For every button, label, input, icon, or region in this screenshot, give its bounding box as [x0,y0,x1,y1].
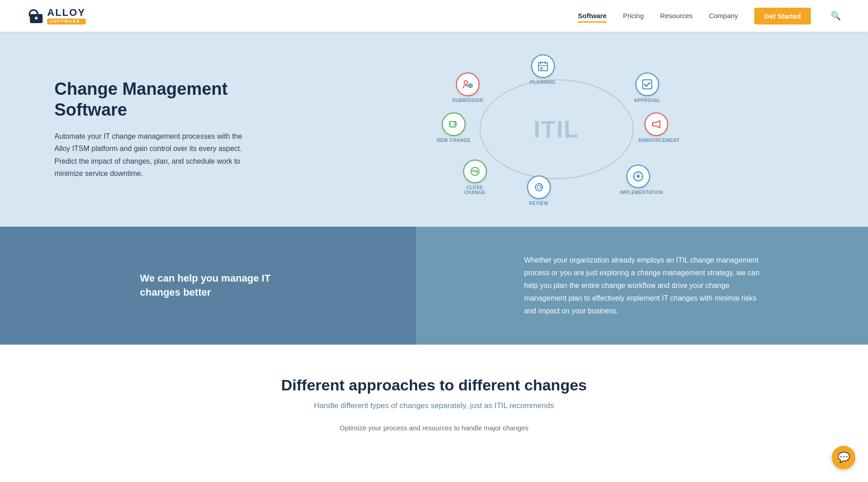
logo-software-text: SOFTWARE [47,19,86,24]
nav-links: Software Pricing Resources Company Get S… [578,8,841,24]
logo-text: ALLOY SOFTWARE [47,8,86,24]
nav-item-search[interactable]: 🔍 [827,11,841,21]
nav-link-software[interactable]: Software [578,12,606,23]
bottom-section: Different approaches to different change… [0,345,868,450]
itil-planning-label: PLANNING [530,80,556,85]
hero-title: Change Management Software [54,79,245,120]
nav-item-get-started[interactable]: Get Started [754,8,811,24]
itil-node-approval: APPROVAL [634,73,661,103]
itil-review-label: REVIEW [529,201,548,206]
itil-planning-icon [531,54,555,78]
bottom-title: Different approaches to different change… [27,376,841,394]
itil-node-announcement: ANNOUNCEMENT [638,112,674,143]
hero-diagram: ITIL PLANNING APPROVAL ANNOUNC [281,59,832,200]
nav-item-pricing[interactable]: Pricing [623,12,644,20]
bottom-subtitle: Handle different types of changes separa… [27,401,841,410]
itil-node-close-change: CLOSE CHANGE [457,160,493,195]
svg-rect-3 [538,63,548,71]
middle-right-panel: Whether your organization already employ… [416,227,868,345]
itil-implementation-label: IMPLEMENTATION [620,190,656,195]
itil-review-icon [527,175,551,199]
svg-point-12 [637,175,640,178]
logo-icon [27,6,45,26]
hero-section: Change Management Software Automate your… [0,32,868,227]
itil-new-change-icon [442,112,466,136]
itil-node-new-change: NEW CHANGE [437,112,470,143]
svg-point-2 [35,17,38,19]
itil-oval [480,79,634,179]
svg-point-24 [464,81,468,84]
navbar: ALLOY SOFTWARE Software Pricing Resource… [0,0,868,32]
search-icon[interactable]: 🔍 [831,11,841,20]
itil-node-implementation: IMPLEMENTATION [620,165,656,195]
itil-submission-icon [456,73,480,96]
middle-left-text: We can help you manage IT changes better [140,272,276,300]
nav-item-resources[interactable]: Resources [660,12,693,20]
hero-description: Automate your IT change management proce… [54,130,245,180]
middle-left-panel: We can help you manage IT changes better [0,227,416,345]
nav-item-software[interactable]: Software [578,12,606,20]
itil-announcement-label: ANNOUNCEMENT [638,138,674,143]
itil-node-planning: PLANNING [530,54,556,85]
nav-item-company[interactable]: Company [709,12,738,20]
svg-point-18 [537,185,541,189]
hero-text-block: Change Management Software Automate your… [54,79,245,180]
itil-announcement-icon [645,112,668,136]
itil-close-change-icon [463,160,487,183]
itil-diagram: ITIL PLANNING APPROVAL ANNOUNC [443,59,670,200]
itil-submission-label: SUBMISSION [452,98,483,103]
svg-point-20 [472,170,474,171]
nav-link-company[interactable]: Company [709,12,738,19]
nav-link-pricing[interactable]: Pricing [623,12,644,19]
itil-node-submission: SUBMISSION [452,73,483,103]
itil-new-change-label: NEW CHANGE [437,138,470,143]
logo-alloy-text: ALLOY [47,8,86,18]
bottom-partial-text: Optimize your process and resources to h… [27,424,841,432]
itil-approval-icon [635,73,659,96]
itil-approval-label: APPROVAL [634,98,661,103]
middle-section: We can help you manage IT changes better… [0,227,868,345]
svg-point-21 [476,170,477,171]
svg-marker-9 [653,121,660,128]
itil-implementation-icon [626,165,650,188]
get-started-button[interactable]: Get Started [754,8,811,24]
logo[interactable]: ALLOY SOFTWARE [27,6,86,26]
svg-rect-7 [540,68,543,69]
itil-close-change-label: CLOSE CHANGE [457,185,493,195]
middle-right-text: Whether your organization already employ… [524,254,760,317]
itil-node-review: REVIEW [527,175,551,206]
nav-link-resources[interactable]: Resources [660,12,693,19]
